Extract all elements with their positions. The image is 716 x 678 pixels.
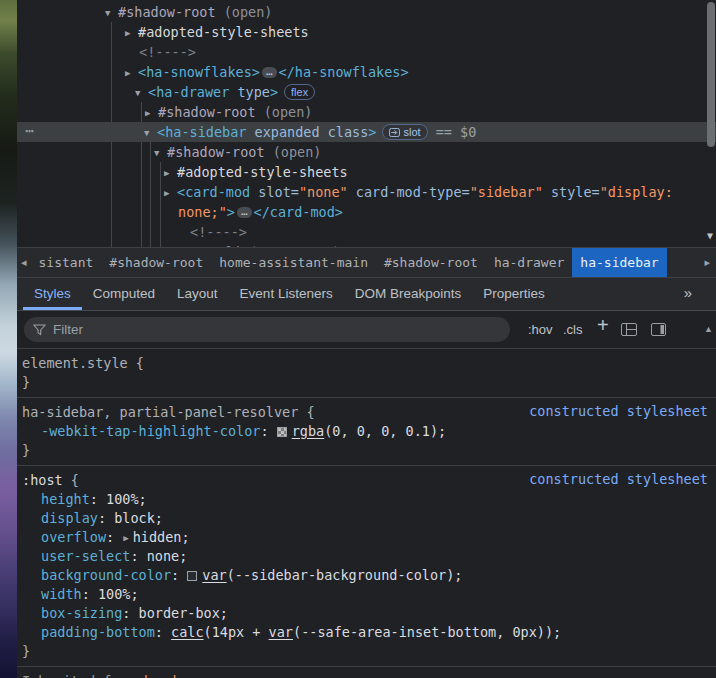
- property-name[interactable]: box-sizing: [41, 605, 122, 621]
- inline-expand-button[interactable]: …: [237, 207, 252, 218]
- new-style-rule-button[interactable]: +: [597, 314, 609, 337]
- breadcrumb-item[interactable]: home-assistant-main: [211, 248, 376, 277]
- stylesheet-source-link[interactable]: constructed stylesheet: [529, 471, 708, 487]
- attribute-value: none;": [178, 204, 227, 220]
- expander-arrow-icon[interactable]: ▼: [154, 143, 167, 163]
- property-value[interactable]: (--safe-area-inset-bottom, 0px));: [293, 624, 561, 640]
- property-value[interactable]: (14px +: [204, 624, 269, 640]
- expander-arrow-icon[interactable]: ▼: [135, 83, 148, 103]
- expander-arrow-icon[interactable]: ▶: [125, 23, 138, 43]
- property-value[interactable]: none;: [147, 548, 188, 564]
- more-tabs-icon[interactable]: »: [684, 278, 692, 308]
- styles-filter-box[interactable]: [24, 317, 510, 342]
- dom-tree-row[interactable]: ▶#adopted-style-sheets: [17, 22, 716, 42]
- css-code-line[interactable]: height: 100%;: [17, 490, 716, 509]
- breadcrumb-scroll-left-icon[interactable]: ◂: [17, 248, 31, 277]
- property-name[interactable]: width: [41, 586, 82, 602]
- css-function-link[interactable]: var: [202, 567, 226, 583]
- property-value[interactable]: hidden;: [133, 529, 190, 545]
- css-code-line[interactable]: -webkit-tap-highlight-color: rgba(0, 0, …: [17, 422, 716, 441]
- breadcrumb-item[interactable]: #shadow-root: [101, 248, 211, 277]
- grid-editor-icon[interactable]: [621, 323, 637, 336]
- css-code-line[interactable]: user-select: none;: [17, 547, 716, 566]
- toggle-element-state-button[interactable]: :hov: [528, 322, 553, 337]
- dom-tree-row[interactable]: ▶#adopted-style-sheets: [17, 162, 716, 182]
- inline-expand-button[interactable]: …: [262, 67, 277, 78]
- breadcrumb-scroll-right-icon[interactable]: ▸: [700, 248, 714, 277]
- slot-badge[interactable]: slot: [382, 124, 427, 140]
- breadcrumb-item[interactable]: ha-drawer: [486, 248, 572, 277]
- css-function-link[interactable]: calc: [171, 624, 204, 640]
- css-code-line[interactable]: }: [17, 373, 716, 392]
- property-value[interactable]: border-box;: [139, 605, 228, 621]
- dom-tree-row[interactable]: ▶#shadow-root (open): [17, 102, 716, 122]
- property-name[interactable]: -webkit-tap-highlight-color: [41, 423, 260, 439]
- flex-badge[interactable]: flex: [284, 84, 315, 100]
- node-options-dots-icon[interactable]: ⋯: [25, 122, 35, 142]
- css-code-line[interactable]: padding-bottom: calc(14px + var(--safe-a…: [17, 623, 716, 642]
- css-function-link[interactable]: var: [269, 624, 293, 640]
- property-value[interactable]: (0, 0, 0, 0.1);: [324, 423, 446, 439]
- css-code-line[interactable]: Inherited from ha-drawer: [17, 672, 716, 678]
- expand-value-icon[interactable]: ▶: [123, 533, 128, 543]
- dom-tree-row[interactable]: ▼<ha-drawer type>flex: [17, 82, 716, 102]
- property-name[interactable]: user-select: [41, 548, 130, 564]
- dom-tree-row[interactable]: <!---->: [17, 42, 716, 62]
- property-name[interactable]: padding-bottom: [41, 624, 155, 640]
- property-name[interactable]: background-color: [41, 567, 171, 583]
- styles-toolbar: :hov .cls + ▲: [17, 311, 716, 349]
- breadcrumb-item[interactable]: sistant: [31, 248, 102, 277]
- expander-arrow-icon[interactable]: ▶: [145, 103, 158, 123]
- tab-event-listeners[interactable]: Event Listeners: [229, 278, 344, 310]
- breadcrumb-item[interactable]: ha-sidebar: [572, 248, 666, 277]
- property-value[interactable]: 100%;: [98, 586, 139, 602]
- tab-styles[interactable]: Styles: [23, 278, 82, 310]
- css-code-line[interactable]: width: 100%;: [17, 585, 716, 604]
- css-code-line[interactable]: element.style {: [17, 354, 716, 373]
- breadcrumb-item[interactable]: #shadow-root: [376, 248, 486, 277]
- expander-arrow-icon[interactable]: ▼: [144, 123, 157, 143]
- expander-arrow-icon[interactable]: ▶: [125, 63, 138, 83]
- property-value[interactable]: 100%;: [106, 491, 147, 507]
- dom-tree-row[interactable]: ▼#shadow-root (open): [17, 142, 716, 162]
- dom-tree-row[interactable]: ▼<ha-sidebar expanded class>slot == $0: [17, 122, 716, 142]
- tab-dom-breakpoints[interactable]: DOM Breakpoints: [344, 278, 473, 310]
- color-swatch[interactable]: [277, 427, 287, 437]
- stylesheet-source-link[interactable]: constructed stylesheet: [529, 403, 708, 419]
- tab-layout[interactable]: Layout: [166, 278, 229, 310]
- expander-arrow-icon[interactable]: ▶: [164, 183, 177, 203]
- expander-arrow-icon[interactable]: ▶: [164, 163, 177, 183]
- styles-scroll-up-icon[interactable]: ▲: [704, 324, 713, 334]
- dom-tree-row[interactable]: ▶<ha-snowflakes>…</ha-snowflakes>: [17, 62, 716, 82]
- css-function-link[interactable]: rgba: [292, 423, 325, 439]
- punctuation: :: [122, 605, 138, 621]
- dom-tree-row[interactable]: none;">…</card-mod>: [17, 202, 716, 222]
- inherited-from-label: Inherited from: [22, 673, 144, 678]
- brace-text: }: [22, 442, 30, 458]
- styles-filter-input[interactable]: [53, 322, 501, 337]
- css-code-line[interactable]: overflow: ▶hidden;: [17, 528, 716, 547]
- dom-tree-row[interactable]: ▶<card-mod slot="none" card-mod-type="si…: [17, 182, 716, 202]
- tag-text: </ha-snowflakes>: [279, 64, 409, 80]
- dom-tree-row[interactable]: <!---->: [17, 222, 716, 242]
- dom-tree-row[interactable]: <!--?lit$898282202$-->: [17, 242, 716, 247]
- element-classes-button[interactable]: .cls: [563, 322, 583, 337]
- property-name[interactable]: display: [41, 510, 98, 526]
- css-code-line[interactable]: }: [17, 441, 716, 460]
- tab-computed[interactable]: Computed: [82, 278, 166, 310]
- property-value[interactable]: block;: [114, 510, 163, 526]
- css-code-line[interactable]: box-sizing: border-box;: [17, 604, 716, 623]
- expander-arrow-icon[interactable]: ▼: [105, 3, 118, 23]
- dom-tree-row[interactable]: ▼#shadow-root (open): [17, 2, 716, 22]
- css-code-line[interactable]: }: [17, 642, 716, 661]
- property-name[interactable]: overflow: [41, 529, 106, 545]
- color-swatch[interactable]: [187, 571, 197, 581]
- css-code-line[interactable]: display: block;: [17, 509, 716, 528]
- property-value[interactable]: (--sidebar-background-color);: [227, 567, 463, 583]
- elements-scrollbar-thumb[interactable]: [707, 2, 715, 147]
- css-code-line[interactable]: background-color: var(--sidebar-backgrou…: [17, 566, 716, 585]
- sidebar-toggle-icon[interactable]: [651, 323, 666, 336]
- tab-properties[interactable]: Properties: [472, 278, 556, 310]
- property-name[interactable]: height: [41, 491, 90, 507]
- elements-scroll-down-icon[interactable]: ▼: [707, 230, 713, 241]
